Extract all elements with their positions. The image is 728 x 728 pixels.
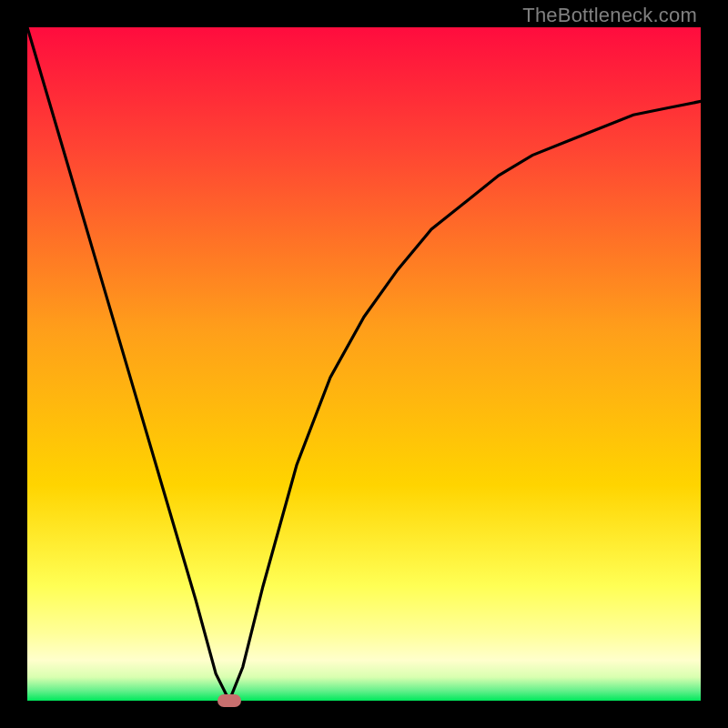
bottleneck-curve — [27, 27, 701, 701]
chart-frame — [27, 27, 701, 701]
optimum-marker — [217, 694, 241, 707]
watermark-text: TheBottleneck.com — [522, 4, 697, 27]
